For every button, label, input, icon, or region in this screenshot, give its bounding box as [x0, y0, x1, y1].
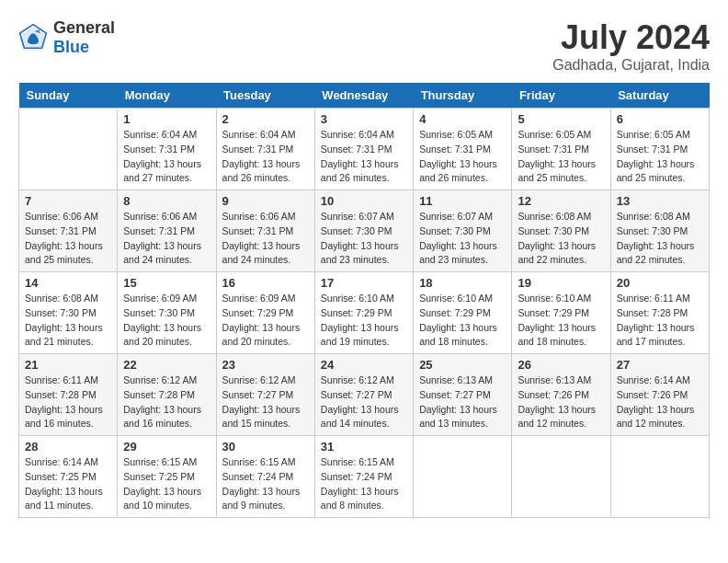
- sunrise-text: Sunrise: 6:15 AM: [222, 456, 296, 467]
- daylight-text: Daylight: 13 hours and 26 minutes.: [222, 158, 301, 184]
- daylight-text: Daylight: 13 hours and 18 minutes.: [419, 322, 497, 348]
- sunset-text: Sunset: 7:24 PM: [321, 471, 392, 482]
- calendar-cell: 10 Sunrise: 6:07 AM Sunset: 7:30 PM Dayl…: [314, 190, 413, 272]
- logo-icon: [18, 23, 48, 52]
- page-header: General Blue July 2024 Gadhada, Gujarat,…: [18, 18, 710, 74]
- sunrise-text: Sunrise: 6:04 AM: [123, 129, 197, 140]
- sunset-text: Sunset: 7:30 PM: [25, 307, 97, 318]
- cell-info: Sunrise: 6:04 AM Sunset: 7:31 PM Dayligh…: [321, 128, 407, 186]
- cell-info: Sunrise: 6:15 AM Sunset: 7:24 PM Dayligh…: [222, 455, 309, 513]
- cell-info: Sunrise: 6:10 AM Sunset: 7:29 PM Dayligh…: [518, 292, 604, 350]
- calendar-cell: 1 Sunrise: 6:04 AM Sunset: 7:31 PM Dayli…: [118, 109, 216, 190]
- daylight-text: Daylight: 13 hours and 25 minutes.: [25, 240, 103, 266]
- title-section: July 2024 Gadhada, Gujarat, India: [552, 18, 710, 74]
- sunrise-text: Sunrise: 6:06 AM: [222, 211, 296, 222]
- calendar-cell: 11 Sunrise: 6:07 AM Sunset: 7:30 PM Dayl…: [414, 190, 512, 272]
- sunset-text: Sunset: 7:27 PM: [222, 389, 294, 400]
- sunset-text: Sunset: 7:26 PM: [518, 389, 589, 400]
- date-number: 7: [25, 194, 111, 208]
- cell-info: Sunrise: 6:15 AM Sunset: 7:24 PM Dayligh…: [321, 455, 407, 513]
- daylight-text: Daylight: 13 hours and 12 minutes.: [518, 404, 596, 430]
- calendar-cell: [610, 436, 709, 518]
- sunrise-text: Sunrise: 6:11 AM: [617, 293, 690, 304]
- sunrise-text: Sunrise: 6:12 AM: [222, 374, 296, 385]
- sunrise-text: Sunrise: 6:15 AM: [321, 456, 394, 467]
- sunset-text: Sunset: 7:30 PM: [617, 225, 688, 236]
- calendar-cell: 26 Sunrise: 6:13 AM Sunset: 7:26 PM Dayl…: [512, 354, 610, 436]
- date-number: 3: [321, 112, 407, 126]
- daylight-text: Daylight: 13 hours and 13 minutes.: [419, 404, 497, 430]
- sunset-text: Sunset: 7:30 PM: [419, 225, 491, 236]
- header-tuesday: Tuesday: [216, 83, 314, 109]
- date-number: 29: [123, 440, 210, 454]
- logo: General Blue: [18, 18, 115, 57]
- calendar-cell: 18 Sunrise: 6:10 AM Sunset: 7:29 PM Dayl…: [414, 272, 512, 354]
- date-number: 19: [518, 276, 604, 290]
- date-number: 28: [25, 440, 111, 454]
- date-number: 22: [123, 358, 210, 372]
- daylight-text: Daylight: 13 hours and 16 minutes.: [25, 404, 103, 430]
- calendar-cell: 16 Sunrise: 6:09 AM Sunset: 7:29 PM Dayl…: [216, 272, 314, 354]
- sunrise-text: Sunrise: 6:14 AM: [25, 456, 98, 467]
- calendar-cell: 14 Sunrise: 6:08 AM Sunset: 7:30 PM Dayl…: [19, 272, 118, 354]
- logo-general: General: [53, 18, 115, 37]
- daylight-text: Daylight: 13 hours and 24 minutes.: [222, 240, 301, 266]
- header-friday: Friday: [512, 83, 610, 109]
- date-number: 18: [419, 276, 506, 290]
- header-monday: Monday: [118, 83, 216, 109]
- sunset-text: Sunset: 7:31 PM: [419, 144, 491, 155]
- cell-info: Sunrise: 6:07 AM Sunset: 7:30 PM Dayligh…: [419, 210, 506, 268]
- sunset-text: Sunset: 7:28 PM: [617, 307, 688, 318]
- sunset-text: Sunset: 7:30 PM: [123, 307, 195, 318]
- date-number: 13: [617, 194, 703, 208]
- cell-info: Sunrise: 6:12 AM Sunset: 7:27 PM Dayligh…: [222, 373, 309, 431]
- header-thursday: Thursday: [414, 83, 512, 109]
- calendar-cell: 8 Sunrise: 6:06 AM Sunset: 7:31 PM Dayli…: [118, 190, 216, 272]
- logo-blue: Blue: [53, 38, 89, 56]
- cell-info: Sunrise: 6:09 AM Sunset: 7:29 PM Dayligh…: [222, 292, 309, 350]
- cell-info: Sunrise: 6:04 AM Sunset: 7:31 PM Dayligh…: [123, 128, 210, 186]
- day-header-row: Sunday Monday Tuesday Wednesday Thursday…: [19, 83, 710, 109]
- calendar-cell: 7 Sunrise: 6:06 AM Sunset: 7:31 PM Dayli…: [19, 190, 118, 272]
- calendar-cell: [414, 436, 512, 518]
- calendar-cell: [512, 436, 610, 518]
- daylight-text: Daylight: 13 hours and 23 minutes.: [419, 240, 497, 266]
- cell-info: Sunrise: 6:06 AM Sunset: 7:31 PM Dayligh…: [25, 210, 111, 268]
- date-number: 1: [123, 112, 210, 126]
- date-number: 9: [222, 194, 309, 208]
- sunrise-text: Sunrise: 6:04 AM: [321, 129, 394, 140]
- sunrise-text: Sunrise: 6:07 AM: [419, 211, 493, 222]
- sunset-text: Sunset: 7:31 PM: [321, 144, 392, 155]
- sunrise-text: Sunrise: 6:05 AM: [419, 129, 493, 140]
- cell-info: Sunrise: 6:07 AM Sunset: 7:30 PM Dayligh…: [321, 210, 407, 268]
- daylight-text: Daylight: 13 hours and 22 minutes.: [617, 240, 695, 266]
- sunrise-text: Sunrise: 6:14 AM: [617, 374, 690, 385]
- calendar-cell: 5 Sunrise: 6:05 AM Sunset: 7:31 PM Dayli…: [512, 109, 610, 190]
- sunrise-text: Sunrise: 6:05 AM: [518, 129, 591, 140]
- cell-info: Sunrise: 6:08 AM Sunset: 7:30 PM Dayligh…: [617, 210, 703, 268]
- cell-info: Sunrise: 6:11 AM Sunset: 7:28 PM Dayligh…: [617, 292, 703, 350]
- sunset-text: Sunset: 7:31 PM: [617, 144, 688, 155]
- sunset-text: Sunset: 7:30 PM: [321, 225, 392, 236]
- calendar-cell: 19 Sunrise: 6:10 AM Sunset: 7:29 PM Dayl…: [512, 272, 610, 354]
- sunrise-text: Sunrise: 6:08 AM: [25, 293, 98, 304]
- calendar-week-4: 21 Sunrise: 6:11 AM Sunset: 7:28 PM Dayl…: [19, 354, 710, 436]
- calendar-cell: [19, 109, 118, 190]
- sunrise-text: Sunrise: 6:05 AM: [617, 129, 690, 140]
- sunrise-text: Sunrise: 6:08 AM: [617, 211, 690, 222]
- sunrise-text: Sunrise: 6:13 AM: [518, 374, 591, 385]
- cell-info: Sunrise: 6:13 AM Sunset: 7:27 PM Dayligh…: [419, 373, 506, 431]
- daylight-text: Daylight: 13 hours and 19 minutes.: [321, 322, 399, 348]
- date-number: 16: [222, 276, 309, 290]
- sunrise-text: Sunrise: 6:15 AM: [123, 456, 197, 467]
- calendar-cell: 25 Sunrise: 6:13 AM Sunset: 7:27 PM Dayl…: [414, 354, 512, 436]
- calendar-cell: 9 Sunrise: 6:06 AM Sunset: 7:31 PM Dayli…: [216, 190, 314, 272]
- cell-info: Sunrise: 6:05 AM Sunset: 7:31 PM Dayligh…: [419, 128, 506, 186]
- daylight-text: Daylight: 13 hours and 20 minutes.: [222, 322, 301, 348]
- date-number: 8: [123, 194, 210, 208]
- sunrise-text: Sunrise: 6:06 AM: [123, 211, 197, 222]
- sunrise-text: Sunrise: 6:10 AM: [321, 293, 394, 304]
- daylight-text: Daylight: 13 hours and 10 minutes.: [123, 486, 201, 511]
- date-number: 27: [617, 358, 703, 372]
- sunset-text: Sunset: 7:31 PM: [518, 144, 589, 155]
